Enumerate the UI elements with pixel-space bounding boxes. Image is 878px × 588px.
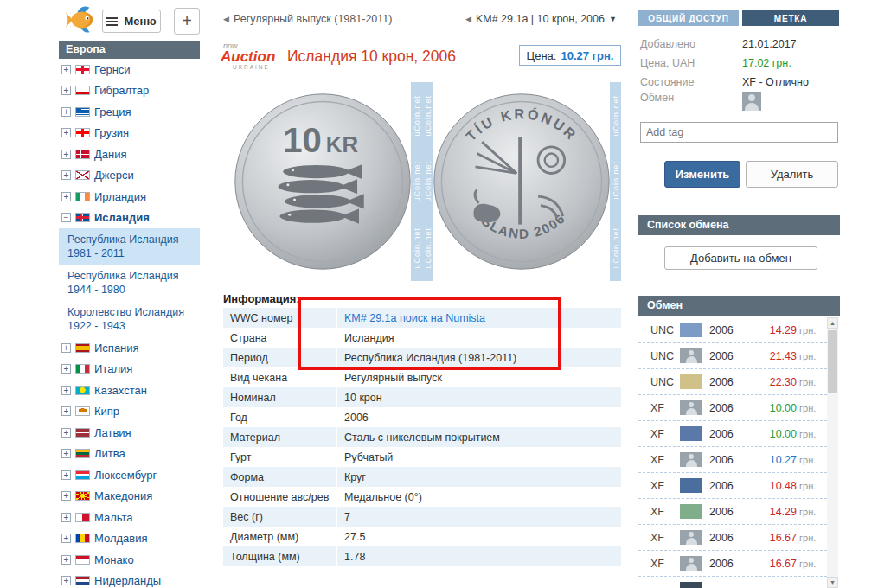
user-avatar[interactable]: [680, 478, 702, 493]
user-avatar[interactable]: [680, 556, 702, 571]
sidebar-country-item[interactable]: +Люксембург: [59, 464, 200, 486]
user-avatar[interactable]: [680, 504, 702, 519]
sidebar-country-item[interactable]: +Казахстан: [59, 380, 200, 401]
sidebar-country-item[interactable]: +Испания: [59, 337, 200, 359]
country-label: Нидерланды: [94, 574, 161, 587]
scroll-up-icon[interactable]: ▲: [827, 317, 838, 329]
scroll-down-icon[interactable]: ▼: [827, 577, 838, 588]
user-avatar[interactable]: [680, 582, 702, 588]
offer-year[interactable]: 2006: [709, 506, 734, 518]
expand-toggle-icon[interactable]: +: [61, 364, 71, 374]
exchange-row[interactable]: XF200614.29грн.: [638, 499, 827, 525]
user-avatar[interactable]: [680, 426, 702, 441]
sidebar-country-item[interactable]: +Монако: [59, 549, 200, 571]
sidebar-country-item[interactable]: +Кипр: [59, 401, 200, 423]
breadcrumb-series-link[interactable]: ◀ Регулярный выпуск (1981-2011): [223, 13, 392, 25]
menu-button[interactable]: Меню: [102, 10, 161, 33]
sidebar-country-item[interactable]: +Литва: [59, 444, 200, 465]
expand-toggle-icon[interactable]: +: [61, 386, 71, 395]
sidebar-country-item[interactable]: +Дания: [59, 144, 200, 165]
tag-input[interactable]: [640, 122, 838, 143]
info-row-value: 7: [337, 511, 350, 523]
exchange-row[interactable]: XF200610.48грн.: [638, 473, 827, 499]
breadcrumb-coin-dropdown[interactable]: ◀ KM# 29.1a | 10 крон, 2006 ▼: [465, 13, 617, 25]
expand-toggle-icon[interactable]: −: [61, 213, 71, 222]
svg-text:KR: KR: [326, 132, 359, 157]
info-row-value: 27.5: [337, 531, 365, 543]
offer-year[interactable]: 2006: [709, 480, 734, 492]
sidebar-country-item[interactable]: +Молдавия: [59, 528, 200, 550]
offer-year[interactable]: 2006: [709, 324, 734, 336]
user-avatar[interactable]: [680, 374, 702, 389]
sidebar-country-item[interactable]: +Латвия: [59, 422, 200, 444]
sidebar-country-item[interactable]: +Джерси: [59, 165, 200, 187]
sidebar-country-item[interactable]: +Гибралтар: [59, 80, 200, 102]
sidebar-country-item[interactable]: +Македония: [59, 486, 200, 508]
exchange-row[interactable]: [638, 577, 827, 588]
exchange-row[interactable]: XF200610.27грн.: [638, 447, 827, 473]
info-row-value-link[interactable]: KM# 29.1a поиск на Numista: [337, 312, 485, 324]
offer-year[interactable]: 2006: [709, 428, 734, 440]
user-avatar[interactable]: [680, 400, 702, 415]
add-coin-button[interactable]: +: [174, 8, 200, 35]
expand-toggle-icon[interactable]: +: [61, 491, 71, 501]
expand-toggle-icon[interactable]: +: [61, 150, 71, 159]
offer-year[interactable]: 2006: [709, 558, 734, 570]
sidebar-country-item[interactable]: +Гернси: [59, 59, 200, 80]
expand-toggle-icon[interactable]: +: [61, 576, 71, 585]
exchange-row[interactable]: XF200610.00грн.: [638, 421, 827, 447]
sidebar-country-item[interactable]: +Италия: [59, 359, 200, 380]
expand-toggle-icon[interactable]: +: [61, 406, 71, 416]
edit-button[interactable]: Изменить: [664, 161, 740, 188]
expand-toggle-icon[interactable]: +: [61, 513, 71, 522]
expand-toggle-icon[interactable]: +: [61, 343, 71, 353]
expand-toggle-icon[interactable]: +: [61, 470, 71, 480]
delete-button[interactable]: Удалить: [746, 161, 838, 188]
expand-toggle-icon[interactable]: +: [61, 449, 71, 458]
sidebar-country-item[interactable]: +Мальта: [59, 507, 200, 528]
expand-toggle-icon[interactable]: +: [61, 534, 71, 543]
ucoin-logo-fish-icon[interactable]: [64, 1, 97, 37]
user-avatar[interactable]: [680, 323, 702, 337]
expand-toggle-icon[interactable]: +: [61, 107, 71, 117]
exchange-row[interactable]: UNC200622.30грн.: [638, 369, 827, 395]
sidebar-country-item[interactable]: +Ирландия: [59, 186, 200, 208]
sidebar-country-item[interactable]: −Исландия: [59, 208, 200, 229]
sidebar-period-item[interactable]: Республика Исландия1981 - 2011: [59, 228, 200, 265]
auction-logo[interactable]: now Auction UKRAINE: [221, 42, 286, 70]
expand-toggle-icon[interactable]: +: [61, 555, 71, 565]
sidebar-country-item[interactable]: +Грузия: [59, 123, 200, 144]
user-avatar[interactable]: [680, 530, 702, 545]
exchange-row[interactable]: UNC200614.29грн.: [638, 317, 827, 343]
exchange-row[interactable]: UNC200621.43грн.: [638, 343, 827, 369]
exchange-row[interactable]: XF200616.67грн.: [638, 525, 827, 551]
exchange-row[interactable]: XF200610.00грн.: [638, 395, 827, 421]
expand-toggle-icon[interactable]: +: [61, 428, 71, 438]
mark-button[interactable]: МЕТКА: [742, 10, 839, 26]
user-avatar[interactable]: [680, 452, 702, 467]
user-avatar[interactable]: [680, 348, 702, 363]
offer-year[interactable]: 2006: [709, 376, 734, 388]
expand-toggle-icon[interactable]: +: [61, 86, 71, 95]
expand-toggle-icon[interactable]: +: [61, 170, 71, 180]
sidebar-country-item[interactable]: +Греция: [59, 101, 200, 123]
offer-year[interactable]: 2006: [709, 402, 734, 414]
share-button[interactable]: ОБЩИЙ ДОСТУП: [638, 10, 739, 26]
sidebar-period-item[interactable]: Республика Исландия1944 - 1980: [59, 265, 200, 301]
offer-price: 21.43: [770, 350, 797, 362]
exchange-scrollbar[interactable]: ▲ ▼: [827, 317, 838, 588]
info-row-label: Страна: [223, 328, 337, 348]
scrollbar-thumb[interactable]: [828, 330, 837, 393]
expand-toggle-icon[interactable]: +: [61, 128, 71, 137]
sidebar-period-item[interactable]: Королевство Исландия1922 - 1943: [59, 301, 200, 337]
add-to-exchange-button[interactable]: Добавить на обмен: [664, 246, 817, 270]
expand-toggle-icon[interactable]: +: [61, 65, 71, 74]
watermark-strip: uCoin.netuCoin.netuCoin.net: [610, 82, 621, 281]
offer-year[interactable]: 2006: [709, 532, 734, 544]
offer-year[interactable]: 2006: [709, 454, 734, 466]
offer-year[interactable]: 2006: [709, 350, 734, 362]
user-avatar[interactable]: [742, 92, 761, 111]
expand-toggle-icon[interactable]: +: [61, 192, 71, 201]
exchange-row[interactable]: XF200616.67грн.: [638, 551, 827, 577]
sidebar-country-item[interactable]: +Нидерланды: [59, 571, 200, 588]
